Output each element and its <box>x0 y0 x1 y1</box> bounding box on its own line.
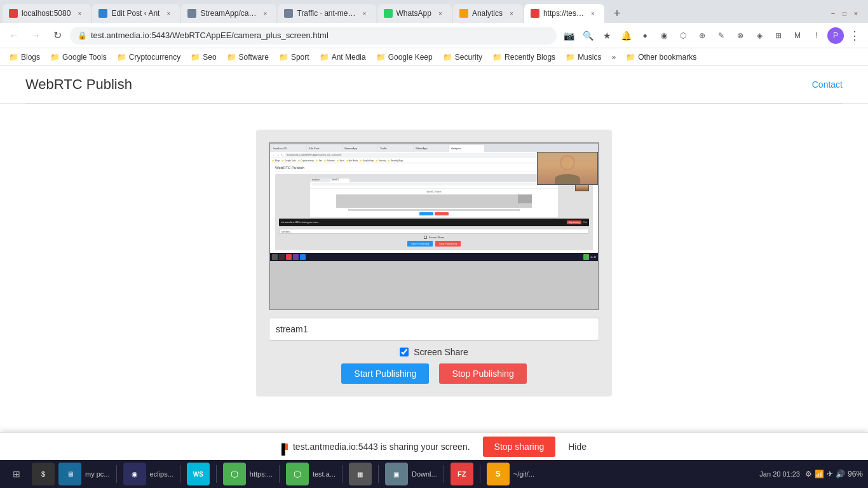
taskbar-screenshot[interactable]: ▦ <box>349 463 372 485</box>
nested-task-1 <box>272 254 278 260</box>
folder-icon-blogs: 📁 <box>9 53 18 62</box>
sharing-dot: ▌ <box>281 444 288 450</box>
bookmark-cryptocurrency[interactable]: 📁 Cryptocurrency <box>113 51 184 63</box>
bookmark-software[interactable]: 📁 Software <box>223 51 273 63</box>
bookmark-icon[interactable]: ★ <box>599 27 615 44</box>
bookmark-label-software: Software <box>239 53 269 62</box>
bookmark-other[interactable]: 📁 Other bookmarks <box>622 51 700 63</box>
tab-traffic[interactable]: Traffic · ant-me… × <box>278 4 376 23</box>
bookmark-label-blogs: Blogs <box>21 53 40 62</box>
bookmark-blogs[interactable]: 📁 Blogs <box>5 51 44 63</box>
extension-icon7[interactable]: ◈ <box>751 27 768 44</box>
tab-active[interactable]: https://tes… × <box>524 4 604 23</box>
tab-favicon-6 <box>459 9 468 18</box>
taskbar-filezilla[interactable]: FZ <box>451 463 473 485</box>
nested-task-6 <box>583 254 589 260</box>
extension-icon2[interactable]: ◉ <box>656 27 672 44</box>
bookmark-google-tools[interactable]: 📁 Google Tools <box>46 51 111 63</box>
bookmark-musics[interactable]: 📁 Musics <box>562 51 605 63</box>
innermost-input <box>348 209 519 211</box>
tab-close-2[interactable]: × <box>163 8 173 18</box>
tab-close-4[interactable]: × <box>360 8 370 18</box>
taskbar-files[interactable]: 🖥 <box>58 463 81 485</box>
taskbar-eclipse[interactable]: ◉ <box>123 463 146 485</box>
tab-analytics[interactable]: Analytics × <box>453 4 523 23</box>
tab-close-3[interactable]: × <box>260 8 270 18</box>
taskbar-sublime[interactable]: S <box>487 463 510 485</box>
notification-icon[interactable]: 🔔 <box>618 27 634 44</box>
tab-streamapp[interactable]: StreamApp/ca… × <box>181 4 276 23</box>
zoom-icon[interactable]: 🔍 <box>580 27 596 44</box>
bookmark-seo[interactable]: 📁 Seo <box>187 51 220 63</box>
extension-icon3[interactable]: ⬡ <box>675 27 691 44</box>
bookmarks-bar: 📁 Blogs 📁 Google Tools 📁 Cryptocurrency … <box>0 48 868 66</box>
address-bar[interactable]: 🔒 test.antmedia.io:5443/WebRTCAppEE/came… <box>70 27 557 44</box>
folder-icon-seo: 📁 <box>191 53 200 62</box>
tab-close-6[interactable]: × <box>506 8 517 18</box>
menu-button[interactable]: ⋮ <box>846 27 863 44</box>
extension-icon4[interactable]: ⊕ <box>694 27 710 44</box>
bookmark-ant-media[interactable]: 📁 Ant Media <box>316 51 370 63</box>
nested-checkbox <box>424 236 427 239</box>
bookmarks-more-button[interactable]: » <box>607 51 620 63</box>
bookmark-label-google-tools: Google Tools <box>62 53 107 62</box>
extension-icon10[interactable]: ! <box>808 27 825 44</box>
taskbar-sep-4 <box>279 465 280 483</box>
nav-bar: ← → ↻ 🔒 test.antmedia.io:5443/WebRTCAppE… <box>0 23 868 48</box>
taskbar-sys-icons: ⚙ 📶 ✈ 🔊 96% <box>805 470 863 478</box>
nested-tab-1: localhost:55... <box>271 145 306 152</box>
hide-button[interactable]: Hide <box>568 442 587 452</box>
profile-icon[interactable]: P <box>827 27 844 44</box>
person-head <box>560 155 575 170</box>
stop-publishing-button[interactable]: Stop Publishing <box>439 363 526 384</box>
stop-sharing-button[interactable]: Stop sharing <box>483 437 556 457</box>
tab-edit-post[interactable]: Edit Post ‹ Ant × <box>92 4 180 23</box>
taskbar-webstorm[interactable]: WS <box>187 463 210 485</box>
taskbar-app-grid[interactable]: ⊞ <box>5 463 28 485</box>
tab-close-1[interactable]: × <box>74 8 85 18</box>
folder-icon-other: 📁 <box>626 53 635 62</box>
taskbar-terminal[interactable]: $ <box>32 463 55 485</box>
extension-icon1[interactable]: ● <box>637 27 653 44</box>
folder-icon-sport: 📁 <box>279 53 288 62</box>
taskbar-sep-1 <box>116 465 117 483</box>
tab-close-7[interactable]: × <box>588 8 598 18</box>
extension-icon5[interactable]: ✎ <box>713 27 729 44</box>
stream-id-input[interactable] <box>269 318 599 341</box>
extension-icon9[interactable]: M <box>789 27 806 44</box>
bookmark-google-keep[interactable]: 📁 Google Keep <box>372 51 437 63</box>
tab-localhost[interactable]: localhost:5080 × <box>3 4 91 23</box>
taskbar-battery-icon: 96% <box>848 470 863 478</box>
close-button[interactable]: × <box>851 9 860 18</box>
bookmark-sport[interactable]: 📁 Sport <box>275 51 313 63</box>
new-tab-button[interactable]: + <box>608 4 626 22</box>
extension-icon6[interactable]: ⊗ <box>732 27 749 44</box>
maximize-button[interactable]: □ <box>840 9 849 18</box>
taskbar-chrome2[interactable]: ⬡ <box>286 463 309 485</box>
extension-icon8[interactable]: ⊞ <box>770 27 787 44</box>
tab-title-6: Analytics <box>472 9 503 18</box>
screen-share-row: Screen Share <box>269 347 599 357</box>
taskbar-chrome[interactable]: ⬡ <box>223 463 246 485</box>
contact-link[interactable]: Contact <box>812 79 843 90</box>
forward-button[interactable]: → <box>27 27 44 44</box>
innermost-start-btn <box>419 212 433 215</box>
taskbar-volume-icon: 🔊 <box>836 470 845 478</box>
minimize-button[interactable]: − <box>829 9 837 18</box>
reload-button[interactable]: ↻ <box>48 27 66 44</box>
nested-tab-3: StreamApp <box>342 145 377 152</box>
screen-share-label[interactable]: Screen Share <box>414 347 468 357</box>
bookmark-recently-blogs[interactable]: 📁 Recently Blogs <box>489 51 559 63</box>
start-publishing-button[interactable]: Start Publishing <box>341 363 429 384</box>
nav-icons: 📷 🔍 ★ 🔔 ● ◉ ⬡ ⊕ ✎ ⊗ ◈ ⊞ M ! P ⋮ <box>560 27 863 44</box>
folder-icon-cryptocurrency: 📁 <box>117 53 126 62</box>
camera-icon[interactable]: 📷 <box>560 27 577 44</box>
bookmark-security[interactable]: 📁 Security <box>439 51 486 63</box>
tab-title-1: localhost:5080 <box>22 9 71 18</box>
tab-whatsapp[interactable]: WhatsApp × <box>377 4 452 23</box>
taskbar-label-git: ~/git/... <box>513 470 534 478</box>
taskbar-notes[interactable]: ▣ <box>385 463 408 485</box>
back-button[interactable]: ← <box>5 27 23 44</box>
tab-close-5[interactable]: × <box>435 8 445 18</box>
screen-share-checkbox[interactable] <box>400 348 409 356</box>
